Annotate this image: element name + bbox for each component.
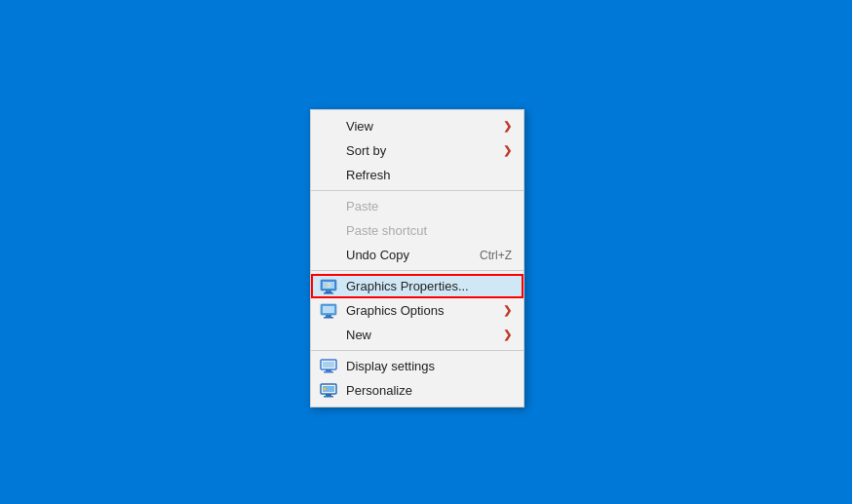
separator-2 (311, 270, 523, 271)
paste-shortcut-icon (319, 221, 338, 241)
undo-copy-icon (319, 246, 338, 265)
svg-rect-9 (324, 317, 333, 319)
svg-rect-12 (326, 369, 331, 371)
refresh-label: Refresh (346, 168, 391, 182)
personalize-icon (319, 381, 338, 401)
paste-icon (319, 197, 338, 216)
personalize-label: Personalize (346, 383, 412, 398)
svg-rect-8 (326, 315, 331, 317)
svg-rect-11 (323, 362, 334, 368)
new-label: New (346, 328, 371, 342)
sort-by-icon (319, 141, 338, 161)
menu-item-sort-by[interactable]: Sort by ❯ (311, 138, 523, 163)
menu-item-undo-copy[interactable]: Undo Copy Ctrl+Z (311, 243, 523, 267)
menu-item-view[interactable]: View ❯ (311, 114, 523, 138)
menu-item-personalize[interactable]: Personalize (311, 378, 523, 403)
menu-item-display-settings[interactable]: Display settings (311, 354, 523, 378)
graphics-properties-label: Graphics Properties... (346, 279, 469, 293)
svg-point-18 (324, 387, 327, 390)
undo-copy-label: Undo Copy (346, 248, 409, 262)
view-arrow: ❯ (503, 120, 512, 133)
svg-rect-16 (326, 394, 331, 396)
view-icon (319, 117, 338, 136)
new-icon (319, 326, 338, 345)
svg-rect-13 (324, 371, 333, 373)
menu-item-refresh[interactable]: Refresh (311, 163, 523, 187)
paste-shortcut-label: Paste shortcut (346, 223, 427, 238)
svg-rect-17 (324, 396, 333, 398)
graphics-options-icon (319, 301, 338, 321)
menu-item-paste-shortcut[interactable]: Paste shortcut (311, 218, 523, 243)
view-label: View (346, 119, 373, 134)
graphics-options-arrow: ❯ (503, 304, 512, 317)
menu-item-graphics-properties[interactable]: Graphics Properties... (311, 274, 523, 298)
refresh-icon (319, 166, 338, 185)
graphics-properties-icon (319, 277, 338, 296)
display-settings-label: Display settings (346, 359, 435, 373)
separator-3 (311, 350, 523, 351)
svg-rect-7 (323, 306, 334, 313)
context-menu: View ❯ Sort by ❯ Refresh Paste Paste sho… (310, 109, 524, 407)
graphics-options-label: Graphics Options (346, 303, 444, 318)
new-arrow: ❯ (503, 329, 512, 341)
svg-rect-3 (324, 292, 333, 294)
desktop: View ❯ Sort by ❯ Refresh Paste Paste sho… (0, 0, 852, 504)
menu-item-paste[interactable]: Paste (311, 194, 523, 218)
sort-by-label: Sort by (346, 143, 386, 158)
svg-rect-2 (326, 291, 331, 292)
display-settings-icon (319, 357, 338, 376)
undo-copy-shortcut: Ctrl+Z (480, 249, 512, 262)
menu-item-graphics-options[interactable]: Graphics Options ❯ (311, 298, 523, 323)
sort-by-arrow: ❯ (503, 144, 512, 157)
paste-label: Paste (346, 199, 378, 213)
separator-1 (311, 190, 523, 191)
menu-item-new[interactable]: New ❯ (311, 323, 523, 347)
